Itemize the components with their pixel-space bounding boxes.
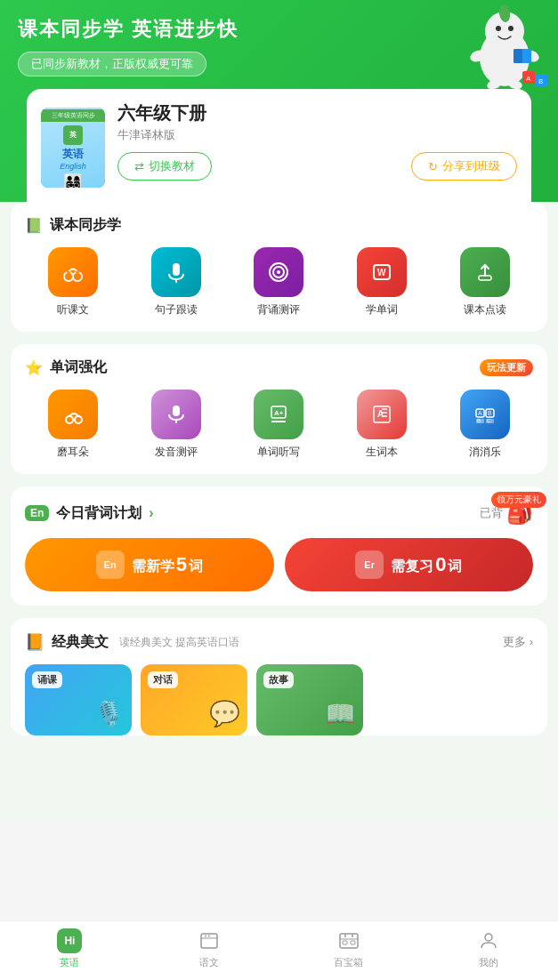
svg-text:A: A — [377, 409, 384, 419]
classic-items: 诵课 🎙️ 对话 💬 故事 📖 — [25, 664, 533, 735]
classic-section: 📙 经典美文 读经典美文 提高英语口语 更多 › 诵课 🎙️ 对话 💬 故事 📖 — [11, 618, 547, 735]
star-icon: ⭐ — [25, 359, 43, 376]
section2-grid: 磨耳朵 发音测评 A+ — [25, 390, 533, 460]
nav-english[interactable]: Hi 英语 — [0, 928, 140, 969]
svg-text:A: A — [478, 410, 482, 416]
pronunciation-test-item[interactable]: 发音测评 — [128, 390, 224, 460]
svg-point-55 — [485, 934, 492, 941]
plan-en-badge: En — [25, 505, 49, 521]
classic-title: 📙 经典美文 读经典美文 提高英语口语 — [25, 632, 239, 652]
classic-subtitle: 读经典美文 提高英语口语 — [119, 635, 239, 650]
nav-chinese-label: 语文 — [199, 956, 219, 969]
vocab-book-item[interactable]: A 生词本 — [334, 390, 430, 460]
book-info: 六年级下册 牛津译林版 ⇄ 切换教材 ↻ 分享到班级 — [117, 101, 517, 193]
share-icon: ↻ — [428, 160, 438, 173]
plan-buttons: En 需新学5词 Er 需复习0词 — [25, 538, 533, 591]
learn-words-item[interactable]: W 学单词 — [334, 247, 430, 317]
words-label: 学单词 — [366, 302, 398, 317]
nav-mine-icon — [476, 928, 501, 953]
classic-item-recite[interactable]: 诵课 🎙️ — [25, 664, 132, 735]
new-words-button[interactable]: En 需新学5词 — [25, 538, 274, 591]
svg-rect-53 — [343, 941, 347, 944]
ear-training-item[interactable]: 磨耳朵 — [25, 390, 121, 460]
listen-label: 听课文 — [57, 302, 89, 317]
study-plan-section: En 今日背词计划 › 已背 🎒 领万元豪礼 En 需新学5词 — [11, 486, 547, 606]
nav-mine-label: 我的 — [479, 956, 498, 969]
main-content: 📗 课本同步学 听课文 — [0, 202, 558, 821]
book-publisher: 牛津译林版 — [117, 127, 517, 143]
listen-lesson-item[interactable]: 听课文 — [25, 247, 121, 317]
reward-badge-text: 领万元豪礼 — [491, 492, 546, 508]
svg-text:W: W — [377, 268, 386, 277]
review-words-button[interactable]: Er 需复习0词 — [285, 538, 534, 591]
game-label: 消消乐 — [469, 445, 501, 460]
classic-item-dialogue[interactable]: 对话 💬 — [141, 664, 247, 735]
mascot-image: A B — [460, 4, 549, 93]
textbook-reading-item[interactable]: 课本点读 — [437, 247, 533, 317]
plan-title: En 今日背词计划 › — [25, 504, 154, 523]
new-words-label: 需新学5词 — [132, 553, 203, 576]
recitation-test-item[interactable]: 背诵测评 — [231, 247, 328, 317]
nav-chinese[interactable]: 语文 — [140, 928, 279, 969]
classic-item-story[interactable]: 故事 📖 — [256, 664, 363, 735]
section2-title: ⭐ 单词强化 — [25, 358, 480, 377]
hand-icon — [460, 247, 510, 297]
svg-rect-10 — [514, 49, 522, 63]
book-actions: ⇄ 切换教材 ↻ 分享到班级 — [117, 152, 517, 193]
svg-rect-26 — [479, 276, 491, 280]
nav-toolbox[interactable]: 百宝箱 — [279, 928, 419, 969]
section2-title-row: ⭐ 单词强化 玩法更新 — [25, 358, 533, 377]
switch-textbook-button[interactable]: ⇄ 切换教材 — [117, 152, 212, 181]
share-to-class-button[interactable]: ↻ 分享到班级 — [411, 152, 517, 181]
svg-text:B: B — [488, 410, 492, 416]
nav-english-label: 英语 — [60, 956, 79, 969]
book-card: 三年级英语同步 英 英语 English 👨‍👩‍👧‍👦 六年级下册 牛津译林版… — [27, 89, 531, 193]
match-game-item[interactable]: A B B C 消消乐 — [437, 390, 533, 460]
target-icon — [254, 247, 303, 297]
nav-mine[interactable]: 我的 — [418, 928, 558, 969]
book-cover-illus: 👨‍👩‍👧‍👦 — [63, 173, 83, 188]
ear-icon — [48, 390, 98, 439]
new-words-icon: En — [96, 550, 125, 579]
pronunciation-label: 发音测评 — [155, 445, 198, 460]
nav-toolbox-icon — [336, 928, 361, 953]
plan-arrow: › — [149, 505, 153, 521]
more-button[interactable]: 更多 › — [503, 634, 533, 650]
book2-icon: 📙 — [25, 632, 44, 652]
sentence-reading-item[interactable]: 句子跟读 — [128, 247, 224, 317]
svg-text:C: C — [487, 418, 491, 423]
pencil-icon: A+ — [254, 390, 303, 439]
svg-point-2 — [496, 26, 501, 31]
recitation-label: 背诵测评 — [257, 302, 300, 317]
header-subtitle: 已同步新教材，正版权威更可靠 — [18, 52, 206, 76]
nav-toolbox-label: 百宝箱 — [334, 956, 363, 969]
switch-label: 切换教材 — [149, 158, 195, 174]
story-label: 故事 — [263, 671, 294, 688]
header: 课本同步学 英语进步快 已同步新教材，正版权威更可靠 A — [0, 0, 558, 202]
game-icon: A B B C — [460, 390, 510, 439]
plan-status: 已背 🎒 领万元豪礼 — [480, 501, 533, 526]
ear-label: 磨耳朵 — [57, 445, 89, 460]
svg-point-16 — [73, 272, 82, 281]
svg-rect-17 — [67, 271, 70, 273]
classic-header: 📙 经典美文 读经典美文 提高英语口语 更多 › — [25, 632, 533, 652]
svg-text:A+: A+ — [274, 409, 284, 417]
dictation-item[interactable]: A+ 单词听写 — [231, 390, 328, 460]
switch-icon: ⇄ — [134, 160, 144, 173]
vocabbook-icon: A — [357, 390, 407, 439]
svg-point-50 — [208, 936, 210, 937]
book-logo: 英 — [63, 125, 83, 145]
svg-point-3 — [508, 26, 514, 31]
mic2-icon — [151, 390, 201, 439]
listen-icon — [48, 247, 98, 297]
svg-point-49 — [205, 936, 206, 937]
dictation-label: 单词听写 — [257, 445, 300, 460]
book-en-label: 英语 — [62, 147, 84, 162]
svg-point-27 — [66, 416, 73, 423]
nav-english-icon: Hi — [57, 928, 82, 953]
dialogue-label: 对话 — [148, 671, 178, 688]
book-cover: 三年级英语同步 英 英语 English 👨‍👩‍👧‍👦 — [41, 108, 105, 188]
svg-text:B: B — [477, 418, 481, 423]
recite-label: 诵课 — [32, 671, 62, 688]
nav-chinese-icon — [197, 928, 222, 953]
